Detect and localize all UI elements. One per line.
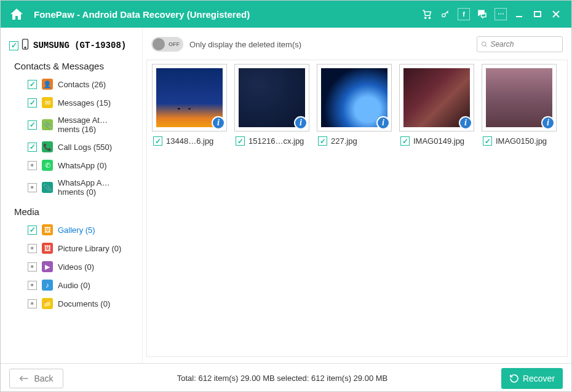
nav-gallery[interactable]: 🖼 Gallery (5) [6,221,137,239]
info-icon[interactable]: i [294,116,308,130]
messages-icon: ✉ [42,97,53,108]
nav-audio[interactable]: ♪ Audio (0) [6,276,137,294]
section-contacts: Contacts & Messages [6,55,137,75]
section-media: Media [6,200,137,221]
svg-point-0 [425,17,426,18]
deleted-only-toggle[interactable]: OFF [151,37,183,52]
key-icon[interactable] [437,6,453,22]
info-icon[interactable]: i [459,116,472,130]
contacts-icon: 👤 [42,79,53,90]
attachment-icon: 📎 [42,119,53,130]
device-row[interactable]: SUMSUNG (GT-19308) [6,36,137,55]
thumbnail-checkbox[interactable] [318,136,327,146]
thumbnail-frame[interactable]: i [317,64,392,131]
maximize-button[interactable] [530,6,546,22]
nav-label: Message At…ments (16) [58,116,129,134]
thumbnail-checkbox[interactable] [400,136,410,146]
toggle-knob [153,38,165,50]
device-name: SUMSUNG (GT-19308) [33,41,126,50]
nav-label: WhatsApp A…hments (0) [58,178,129,197]
call-icon: 📞 [42,141,53,152]
app-title: FonePaw - Android Data Recovery (Unregis… [34,9,250,20]
recover-button[interactable]: Recover [501,368,563,389]
nav-label: WhatsApp (0) [58,161,106,170]
nav-message-attachments[interactable]: 📎 Message At…ments (16) [6,112,137,138]
recover-label: Recover [523,374,555,383]
phone-icon [21,39,30,52]
nav-label: Messages (15) [58,98,111,108]
thumbnail-item[interactable]: i 227.jpg [317,64,392,151]
status-text: Total: 612 item(s) 29.00 MB selected: 61… [73,374,491,383]
search-input[interactable] [490,40,558,49]
info-icon[interactable]: i [212,116,225,130]
search-icon [481,41,488,49]
thumbnail-item[interactable]: i IMAG0149.jpg [399,64,474,151]
checkbox[interactable] [28,98,37,108]
nav-whatsapp-attachments[interactable]: 📎 WhatsApp A…hments (0) [6,174,137,200]
nav-whatsapp[interactable]: ✆ WhatsApp (0) [6,156,137,174]
close-button[interactable] [548,6,564,22]
nav-label: Call Logs (550) [58,143,112,152]
facebook-icon[interactable]: f [456,6,472,22]
thumbnail-filename: 227.jpg [331,136,357,146]
sidebar: SUMSUNG (GT-19308) Contacts & Messages 👤… [1,28,142,363]
thumbnail-frame[interactable]: i [234,64,309,131]
thumbnail-checkbox[interactable] [236,136,245,146]
arrow-left-icon [19,375,29,382]
device-checkbox[interactable] [9,41,18,50]
svg-point-9 [482,42,486,46]
svg-point-8 [25,47,26,49]
svg-line-10 [485,45,487,46]
thumbnail-frame[interactable]: i [399,64,474,131]
thumbnail-item[interactable]: i 13448…6.jpg [152,64,227,151]
svg-point-2 [442,14,445,17]
thumbnail-frame[interactable]: i [482,64,557,131]
home-icon[interactable] [7,4,26,24]
checkbox[interactable] [28,244,37,253]
thumbnail-frame[interactable]: i [152,64,227,131]
info-icon[interactable]: i [376,116,390,130]
nav-contacts[interactable]: 👤 Contacts (26) [6,75,137,93]
checkbox[interactable] [28,120,37,130]
thumbnail-item[interactable]: i 151216…cx.jpg [234,64,309,151]
minimize-button[interactable] [511,6,527,22]
nav-label: Picture Library (0) [58,244,121,253]
checkbox[interactable] [28,225,37,235]
footer: Back Total: 612 item(s) 29.00 MB selecte… [1,363,571,392]
thumbnail-checkbox[interactable] [153,136,162,146]
nav-call-logs[interactable]: 📞 Call Logs (550) [6,138,137,156]
checkbox[interactable] [28,161,37,170]
thumbnail-filename: IMAG0150.jpg [496,136,547,146]
nav-label: Gallery (5) [58,225,95,235]
search-box[interactable] [477,36,563,52]
checkbox[interactable] [28,80,37,89]
menu-icon[interactable]: ⋯ [493,6,509,22]
thumbnail-item[interactable]: i IMAG0150.jpg [482,64,557,151]
feedback-icon[interactable] [474,6,490,22]
checkbox[interactable] [28,262,37,272]
back-button[interactable]: Back [9,369,63,388]
checkbox[interactable] [28,143,37,152]
nav-picture-library[interactable]: 🖼 Picture Library (0) [6,239,137,257]
folder-icon: 📁 [42,298,53,309]
back-label: Back [34,374,53,383]
checkbox[interactable] [28,281,37,290]
thumbnail-grid: i 13448…6.jpg i 151216…cx.jpg [146,60,568,357]
thumbnail-checkbox[interactable] [483,136,492,146]
nav-label: Videos (0) [58,262,94,272]
nav-messages[interactable]: ✉ Messages (15) [6,93,137,112]
cart-icon[interactable] [419,6,435,22]
svg-rect-4 [534,12,541,17]
content-toolbar: OFF Only display the deleted item(s) [146,34,568,60]
checkbox[interactable] [28,299,37,308]
gallery-icon: 🖼 [42,224,53,235]
info-icon[interactable]: i [541,116,555,130]
recover-icon [509,374,519,383]
checkbox[interactable] [28,183,37,192]
deleted-only-text: Only display the deleted item(s) [189,40,301,49]
whatsapp-att-icon: 📎 [42,182,53,193]
nav-videos[interactable]: ▶ Videos (0) [6,257,137,276]
nav-documents[interactable]: 📁 Documents (0) [6,294,137,313]
svg-point-1 [429,17,430,18]
nav-label: Audio (0) [58,281,90,290]
